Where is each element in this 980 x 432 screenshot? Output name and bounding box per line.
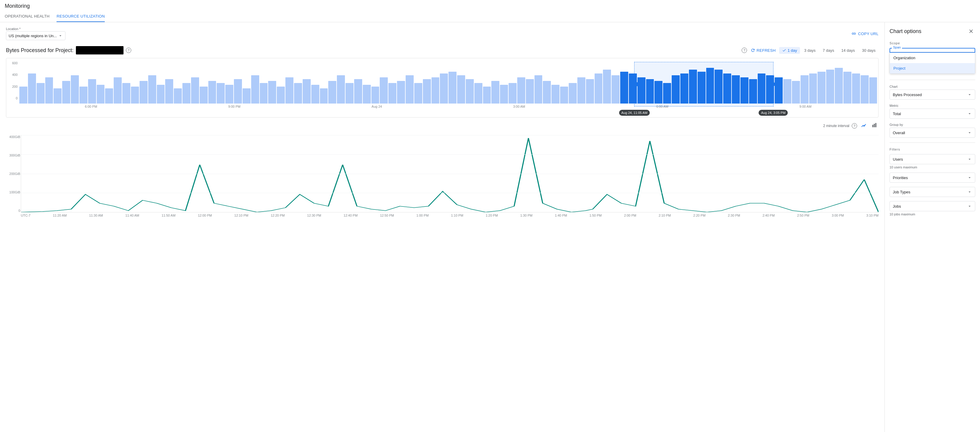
span-option-organization[interactable]: Organization (890, 52, 975, 63)
detail-y-0: 0 (6, 209, 20, 213)
time-btn-7days[interactable]: 7 days (820, 47, 837, 54)
y-label-600: 600 (8, 61, 18, 65)
overview-bar (423, 79, 431, 103)
job-types-filter[interactable]: Job Types (889, 187, 975, 197)
span-field-label: Span (892, 46, 902, 49)
chart-header: Bytes Processed for Project: ? ? REFRESH… (6, 46, 878, 54)
overview-bar (809, 73, 817, 103)
overview-bar (148, 75, 156, 103)
refresh-label: REFRESH (757, 48, 776, 52)
refresh-icon (751, 48, 755, 52)
help-icon[interactable]: ? (126, 48, 131, 53)
span-field-container: Span Organization Project (889, 48, 975, 74)
overview-bar (114, 77, 122, 103)
overview-bar (380, 77, 388, 103)
chevron-down-icon (58, 33, 63, 38)
filters-section: Filters Users 10 users maximum Prioritie… (889, 148, 975, 216)
overview-bar (71, 75, 79, 103)
overview-bar (457, 75, 465, 103)
overview-chart[interactable]: 600 400 200 0 Aug 24, 11:05 AM Aug 24, 3… (6, 58, 878, 118)
users-filter[interactable]: Users (889, 154, 975, 164)
span-option-project[interactable]: Project (890, 63, 975, 73)
close-button[interactable] (967, 27, 975, 35)
overview-bar (268, 81, 276, 103)
overview-bar (234, 79, 242, 103)
group-by-select[interactable]: Overall (889, 128, 975, 138)
overview-bar (474, 83, 482, 103)
detail-chart: 400GiB 300GiB 200GiB 100GiB 0 UTC-7 (6, 133, 878, 228)
sidebar: Chart options Scope Span Organization (885, 22, 980, 432)
chart-help-icon[interactable]: ? (741, 48, 747, 53)
overview-bar (603, 70, 611, 103)
priorities-filter[interactable]: Priorities (889, 173, 975, 183)
chart-select[interactable]: Bytes Processed (889, 89, 975, 100)
grid-line-200 (21, 174, 878, 174)
time-btn-1day[interactable]: 1 day (779, 47, 800, 54)
x-1240: 12:40 PM (344, 214, 358, 217)
overview-bar (105, 88, 113, 103)
overview-bar (208, 81, 216, 103)
overview-bar (216, 83, 225, 103)
tab-operational-health[interactable]: OPERATIONAL HEALTH (5, 12, 49, 22)
location-select[interactable]: US (multiple regions in Un... (6, 31, 65, 40)
time-btn-30days-label: 30 days (862, 48, 875, 52)
range-handle-left[interactable] (635, 82, 639, 86)
content-area: Location * US (multiple regions in Un...… (0, 22, 885, 432)
overview-bar (783, 79, 791, 103)
x-label-600pm: 6:00 PM (85, 105, 97, 108)
interval-label: 2 minute interval (823, 124, 850, 128)
overview-bar (97, 85, 105, 103)
span-dropdown: Organization Project (889, 52, 975, 74)
x-label-300am: 3:00 AM (513, 105, 525, 108)
overview-bar (526, 79, 534, 103)
interval-row: 2 minute interval ? (6, 120, 878, 133)
x-230: 2:30 PM (728, 214, 740, 217)
x-200: 2:00 PM (624, 214, 636, 217)
line-chart-icon-btn[interactable] (859, 121, 868, 130)
top-bar: Monitoring OPERATIONAL HEALTH RESOURCE U… (0, 0, 980, 22)
overview-bar (466, 79, 474, 103)
tab-resource-utilization[interactable]: RESOURCE UTILIZATION (57, 12, 105, 22)
grid-line-top (21, 135, 878, 135)
scope-section-label: Scope (889, 41, 975, 45)
chart-controls: ? REFRESH 1 day 3 days (741, 47, 878, 54)
overview-bar (294, 83, 302, 103)
overview-bar (388, 83, 396, 103)
overview-bar (483, 87, 491, 103)
overview-bar (88, 79, 96, 103)
time-btn-1day-label: 1 day (788, 48, 797, 52)
metric-select[interactable]: Total (889, 109, 975, 119)
overview-bar (337, 75, 345, 103)
copy-url-button[interactable]: COPY URL (851, 31, 878, 36)
overview-bar (869, 77, 877, 103)
time-btn-30days[interactable]: 30 days (859, 47, 878, 54)
jobs-filter[interactable]: Jobs (889, 201, 975, 211)
time-btn-14days[interactable]: 14 days (838, 47, 858, 54)
jobs-filter-label: Jobs (893, 204, 901, 208)
overview-bar (200, 87, 208, 103)
location-label: Location * (6, 27, 65, 31)
x-130: 1:30 PM (520, 214, 532, 217)
refresh-button[interactable]: REFRESH (751, 48, 776, 52)
bar-chart-icon-btn[interactable] (870, 121, 878, 130)
overview-bar (80, 87, 88, 103)
overview-bar (191, 77, 199, 103)
range-handle-right[interactable] (771, 82, 775, 86)
detail-y-100: 100GiB (6, 191, 20, 194)
metric-select-value: Total (893, 111, 901, 116)
range-selector[interactable]: Aug 24, 11:05 AM Aug 24, 3:05 PM (634, 62, 774, 106)
time-btn-3days[interactable]: 3 days (801, 47, 818, 54)
overview-bar (243, 88, 251, 103)
x-210: 2:10 PM (659, 214, 671, 217)
overview-bar (543, 81, 551, 103)
overview-bar (165, 79, 173, 103)
overview-bar (157, 85, 165, 103)
overview-bar (183, 83, 191, 103)
overview-bar (569, 83, 577, 103)
span-input[interactable] (889, 48, 975, 52)
overview-bar (620, 72, 628, 103)
overview-bar (363, 85, 371, 103)
interval-help-icon[interactable]: ? (852, 123, 857, 129)
x-1210: 12:10 PM (234, 214, 248, 217)
overview-bar (371, 87, 379, 103)
